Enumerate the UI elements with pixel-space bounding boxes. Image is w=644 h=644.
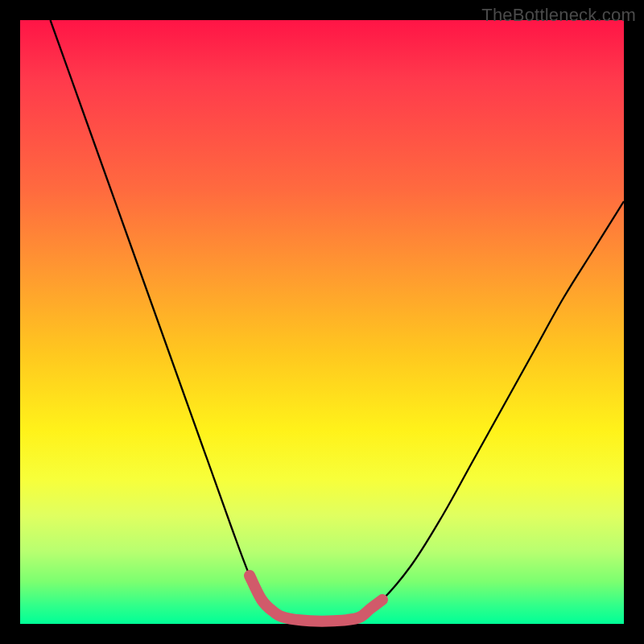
right-curve — [358, 201, 624, 618]
chart-frame: TheBottleneck.com — [0, 0, 644, 644]
curve-svg — [20, 20, 624, 624]
watermark-text: TheBottleneck.com — [481, 5, 636, 26]
left-curve — [51, 20, 287, 618]
plot-area — [20, 20, 624, 624]
thick-overlay — [250, 576, 382, 621]
